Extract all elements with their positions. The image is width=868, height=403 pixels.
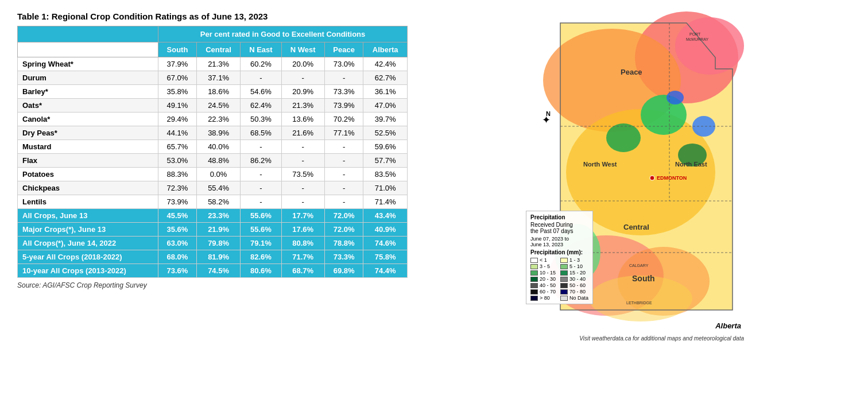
data-cell: 40.9%: [363, 223, 408, 237]
table-row: Canola*29.4%22.3%50.3%13.6%70.2%39.7%: [18, 113, 408, 126]
data-cell: 22.3%: [196, 113, 241, 126]
legend-label: < 1: [540, 257, 547, 263]
svg-text:North West: North West: [583, 161, 617, 168]
data-cell: 70.2%: [324, 113, 363, 126]
data-cell: -: [324, 168, 363, 181]
data-cell: 37.1%: [196, 71, 241, 85]
data-cell: -: [281, 71, 324, 85]
legend-label: > 80: [540, 295, 550, 301]
legend-swatch: [560, 296, 568, 301]
data-cell: 47.0%: [363, 99, 408, 113]
data-cell: 73.0%: [324, 57, 363, 71]
data-cell: 68.7%: [281, 264, 324, 278]
data-cell: 78.8%: [324, 237, 363, 250]
legend-label: No Data: [569, 295, 588, 301]
table-row: Flax53.0%48.8%86.2%--57.7%: [18, 154, 408, 168]
table-row: All Crops(*), June 14, 202263.0%79.8%79.…: [18, 237, 408, 250]
table-row: Oats*49.1%24.5%62.4%21.3%73.9%47.0%: [18, 99, 408, 113]
legend-item: 5 - 10: [560, 264, 588, 269]
data-cell: 73.5%: [281, 168, 324, 181]
legend-items: < 11 - 33 - 55 - 1010 - 1515 - 2020 - 30…: [530, 257, 588, 301]
legend-item: 60 - 70: [530, 289, 556, 294]
source-text: Source: AGI/AFSC Crop Reporting Survey: [17, 281, 408, 289]
legend-item: 10 - 15: [530, 270, 556, 276]
legend-swatch: [530, 270, 538, 276]
data-cell: -: [241, 195, 281, 209]
map-section: Peace North West North East Central Sout…: [419, 11, 851, 342]
data-cell: 55.6%: [241, 209, 281, 223]
data-cell: 80.6%: [241, 264, 281, 278]
legend-label: 50 - 60: [569, 282, 586, 288]
legend-swatch: [560, 277, 568, 282]
legend-item: 70 - 80: [560, 289, 588, 294]
data-cell: 55.4%: [196, 181, 241, 195]
legend-label: 70 - 80: [569, 289, 586, 294]
legend-item: 50 - 60: [560, 282, 588, 288]
crop-name-cell: Major Crops(*), June 13: [18, 223, 158, 237]
table-row: Major Crops(*), June 1335.6%21.9%55.6%17…: [18, 223, 408, 237]
legend-label: 40 - 50: [540, 282, 556, 288]
legend-item: > 80: [530, 295, 556, 301]
data-cell: 73.3%: [324, 250, 363, 264]
table-row: Durum67.0%37.1%---62.7%: [18, 71, 408, 85]
data-cell: -: [324, 154, 363, 168]
crop-name-cell: All Crops, June 13: [18, 209, 158, 223]
svg-text:EDMONTON: EDMONTON: [657, 175, 687, 181]
data-cell: 36.1%: [363, 85, 408, 99]
map-container: Peace North West North East Central Sout…: [526, 11, 744, 333]
table-row: Potatoes88.3%0.0%-73.5%-83.5%: [18, 168, 408, 181]
data-cell: -: [324, 140, 363, 154]
alberta-logo-text: Alberta: [715, 321, 741, 330]
svg-point-5: [606, 123, 641, 152]
data-cell: 17.7%: [281, 209, 324, 223]
data-cell: 40.0%: [196, 140, 241, 154]
table-body: Spring Wheat*37.9%21.3%60.2%20.0%73.0%42…: [18, 57, 408, 278]
data-cell: 67.0%: [158, 71, 197, 85]
col-header-nwest: N West: [281, 42, 324, 57]
data-cell: 62.7%: [363, 71, 408, 85]
table-header-row-2: South Central N East N West Peace Albert…: [18, 42, 408, 57]
legend-label: 1 - 3: [569, 257, 580, 263]
data-cell: 68.0%: [158, 250, 197, 264]
svg-text:N: N: [546, 110, 551, 117]
data-cell: 50.3%: [241, 113, 281, 126]
data-cell: 44.1%: [158, 126, 197, 140]
data-cell: 72.3%: [158, 181, 197, 195]
data-cell: 43.4%: [363, 209, 408, 223]
data-cell: -: [324, 181, 363, 195]
svg-text:Central: Central: [623, 223, 649, 231]
crop-name-cell: Mustard: [18, 140, 158, 154]
data-cell: 37.9%: [158, 57, 197, 71]
table-row: Lentils73.9%58.2%---71.4%: [18, 195, 408, 209]
table-row: Chickpeas72.3%55.4%---71.0%: [18, 181, 408, 195]
table-row: Dry Peas*44.1%38.9%68.5%21.6%77.1%52.5%: [18, 126, 408, 140]
empty-header: [18, 26, 158, 42]
data-cell: 29.4%: [158, 113, 197, 126]
svg-text:South: South: [632, 274, 655, 283]
data-cell: 0.0%: [196, 168, 241, 181]
data-cell: 71.4%: [363, 195, 408, 209]
data-cell: -: [241, 140, 281, 154]
data-cell: -: [281, 195, 324, 209]
data-cell: -: [324, 195, 363, 209]
svg-text:McMURRAY: McMURRAY: [686, 37, 708, 41]
data-cell: 17.6%: [281, 223, 324, 237]
data-cell: 48.8%: [196, 154, 241, 168]
data-cell: 21.3%: [196, 57, 241, 71]
legend-swatch: [560, 264, 568, 269]
table-title: Table 1: Regional Crop Condition Ratings…: [17, 11, 408, 21]
data-cell: -: [241, 71, 281, 85]
crop-name-cell: 10-year All Crops (2013-2022): [18, 264, 158, 278]
legend-swatch: [560, 289, 568, 294]
data-cell: 71.0%: [363, 181, 408, 195]
crop-name-cell: Canola*: [18, 113, 158, 126]
data-cell: 21.9%: [196, 223, 241, 237]
crop-name-cell: All Crops(*), June 14, 2022: [18, 237, 158, 250]
data-cell: 74.4%: [363, 264, 408, 278]
crop-name-cell: Durum: [18, 71, 158, 85]
data-cell: 71.7%: [281, 250, 324, 264]
legend-item: 1 - 3: [560, 257, 588, 263]
crop-name-cell: Barley*: [18, 85, 158, 99]
table-row: 5-year All Crops (2018-2022)68.0%81.9%82…: [18, 250, 408, 264]
legend-item: < 1: [530, 257, 556, 263]
